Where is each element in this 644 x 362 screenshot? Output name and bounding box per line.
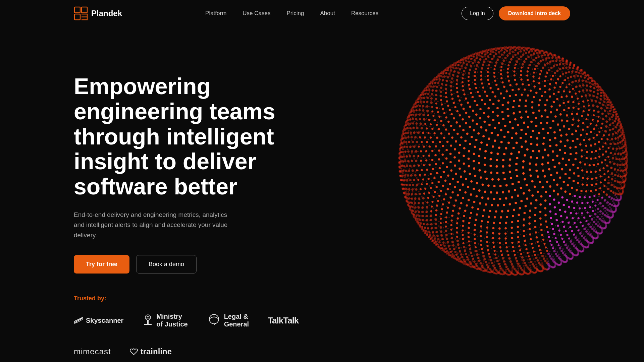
svg-point-2506 [586, 89, 588, 92]
svg-point-2356 [415, 118, 417, 120]
svg-point-2511 [464, 249, 466, 252]
svg-point-3281 [450, 169, 452, 172]
svg-point-2436 [446, 80, 448, 82]
svg-point-3198 [540, 224, 542, 226]
svg-point-3121 [585, 145, 587, 147]
svg-point-2418 [589, 90, 592, 92]
svg-point-3050 [552, 228, 554, 230]
svg-point-263 [465, 230, 466, 231]
svg-point-2227 [481, 56, 484, 58]
svg-point-632 [442, 89, 444, 91]
svg-point-3257 [528, 223, 531, 225]
svg-point-874 [463, 254, 464, 255]
logo[interactable]: Plandek [74, 6, 122, 20]
svg-point-3096 [582, 129, 584, 131]
svg-point-2105 [463, 259, 465, 261]
svg-point-2415 [591, 228, 594, 230]
svg-point-3051 [591, 151, 593, 153]
svg-point-2769 [436, 107, 438, 109]
nav-resources[interactable]: Resources [351, 10, 378, 17]
svg-point-2751 [594, 204, 596, 206]
svg-point-3119 [456, 110, 459, 113]
svg-point-2939 [437, 200, 439, 202]
svg-point-3256 [476, 214, 478, 216]
svg-point-2147 [619, 135, 622, 137]
svg-point-15 [444, 157, 445, 158]
svg-point-2597 [565, 244, 567, 246]
svg-point-3093 [448, 201, 450, 203]
svg-point-3393 [485, 203, 487, 206]
svg-point-2974 [500, 77, 502, 79]
svg-point-294 [588, 119, 589, 121]
svg-point-3421 [473, 188, 475, 190]
svg-point-2907 [430, 187, 432, 189]
svg-point-1808 [501, 47, 503, 49]
svg-point-2165 [476, 57, 478, 59]
svg-point-2487 [543, 257, 545, 260]
svg-point-699 [578, 238, 580, 239]
svg-point-2996 [527, 79, 529, 81]
svg-point-3589 [521, 145, 523, 148]
download-button[interactable]: Download intro deck [499, 6, 570, 20]
svg-point-2431 [421, 211, 424, 213]
svg-point-99 [481, 228, 482, 229]
svg-point-2220 [494, 267, 496, 269]
svg-point-2500 [435, 227, 437, 229]
svg-point-746 [487, 60, 489, 62]
try-free-button[interactable]: Try for free [74, 255, 129, 274]
svg-point-3552 [538, 150, 540, 153]
svg-point-2735 [475, 246, 477, 248]
svg-point-2596 [591, 99, 593, 102]
svg-point-22 [471, 216, 472, 217]
svg-point-2808 [500, 250, 502, 252]
svg-point-3042 [436, 137, 438, 139]
svg-point-2830 [431, 201, 433, 203]
svg-point-741 [612, 135, 613, 137]
svg-point-2901 [571, 96, 573, 98]
svg-point-2895 [425, 150, 427, 152]
nav-pricing[interactable]: Pricing [286, 10, 304, 17]
svg-point-1991 [591, 80, 593, 82]
svg-point-2337 [407, 174, 409, 177]
svg-point-2251 [613, 198, 615, 201]
svg-point-941 [611, 119, 613, 120]
svg-point-480 [596, 116, 597, 117]
svg-point-2824 [527, 70, 529, 72]
svg-point-2048 [440, 244, 442, 246]
login-button[interactable]: Log In [462, 7, 493, 20]
svg-point-2556 [579, 84, 581, 87]
svg-point-3483 [546, 181, 548, 183]
svg-point-78 [441, 178, 442, 179]
svg-point-299 [596, 180, 598, 181]
svg-point-3522 [534, 186, 536, 188]
book-demo-button[interactable]: Book a demo [136, 255, 197, 274]
svg-point-2365 [441, 238, 444, 240]
svg-point-1963 [458, 258, 460, 260]
svg-point-3189 [534, 226, 537, 228]
svg-point-3331 [567, 139, 569, 142]
svg-point-2835 [493, 72, 495, 74]
svg-point-3203 [545, 221, 547, 223]
nav-about[interactable]: About [320, 10, 335, 17]
svg-point-1747 [496, 47, 498, 49]
svg-point-2366 [485, 58, 487, 60]
svg-point-2861 [555, 82, 557, 84]
nav-use-cases[interactable]: Use Cases [243, 10, 270, 17]
svg-point-76 [520, 87, 521, 88]
svg-point-3221 [465, 112, 468, 114]
svg-point-2714 [468, 76, 470, 78]
svg-point-3568 [489, 165, 492, 167]
svg-point-3392 [539, 203, 542, 206]
nav-platform[interactable]: Platform [205, 10, 226, 17]
svg-point-2252 [513, 267, 516, 270]
svg-point-3543 [514, 189, 516, 191]
svg-point-3268 [575, 152, 578, 155]
svg-point-3165 [469, 217, 471, 219]
svg-point-2658 [609, 161, 611, 163]
svg-point-2903 [578, 217, 580, 219]
svg-point-2675 [534, 254, 536, 256]
svg-point-207 [492, 81, 493, 83]
svg-point-2254 [585, 80, 587, 83]
svg-point-2384 [612, 128, 614, 130]
svg-point-2585 [516, 60, 518, 63]
